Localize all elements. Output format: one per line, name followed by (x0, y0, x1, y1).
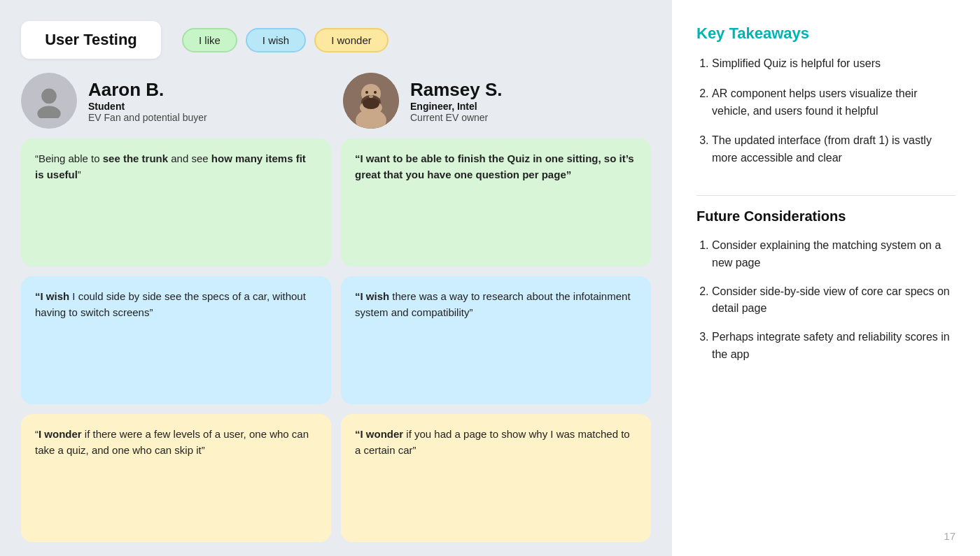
quote-ramsey-wonder: “I wonder if you had a page to show why … (341, 414, 651, 542)
person-ramsey: Ramsey S. Engineer, Intel Current EV own… (343, 73, 651, 129)
persons-row: Aaron B. Student EV Fan and potential bu… (21, 73, 651, 129)
takeaway-3: The updated interface (from draft 1) is … (712, 132, 955, 167)
svg-point-8 (374, 91, 377, 94)
ramsey-info: Ramsey S. Engineer, Intel Current EV own… (410, 79, 503, 123)
takeaways-list: Simplified Quiz is helpful for users AR … (696, 55, 955, 180)
quote-ramsey-like: “I want to be able to finish the Quiz in… (341, 138, 651, 266)
right-panel: Key Takeaways Simplified Quiz is helpful… (672, 0, 980, 556)
aaron-name: Aaron B. (88, 79, 207, 101)
svg-point-9 (369, 95, 373, 98)
ramsey-name: Ramsey S. (410, 79, 503, 101)
person-aaron: Aaron B. Student EV Fan and potential bu… (21, 73, 329, 129)
header-row: User Testing I like I wish I wonder (21, 21, 651, 59)
aaron-info: Aaron B. Student EV Fan and potential bu… (88, 79, 207, 123)
future-item-2: Consider side-by-side view of core car s… (712, 283, 955, 318)
takeaway-1: Simplified Quiz is helpful for users (712, 55, 955, 73)
quotes-grid: “Being able to see the trunk and see how… (21, 138, 651, 542)
quote-aaron-like: “Being able to see the trunk and see how… (21, 138, 331, 266)
ramsey-role: Engineer, Intel (410, 101, 503, 112)
avatar-ramsey (343, 73, 399, 129)
takeaway-2: AR component helps users visualize their… (712, 85, 955, 120)
page-title: User Testing (21, 21, 161, 59)
page-number: 17 (696, 523, 955, 542)
tag-i-wonder: I wonder (314, 28, 388, 52)
quote-ramsey-wish: “I wish there was a way to research abou… (341, 276, 651, 404)
quote-aaron-wish: “I wish I could side by side see the spe… (21, 276, 331, 404)
future-list: Consider explaining the matching system … (696, 237, 955, 375)
tag-group: I like I wish I wonder (182, 28, 388, 52)
aaron-role: Student (88, 101, 207, 112)
left-panel: User Testing I like I wish I wonder Aaro… (0, 0, 672, 556)
future-item-3: Perhaps integrate safety and reliability… (712, 329, 955, 364)
key-takeaways-title: Key Takeaways (696, 24, 955, 43)
svg-point-0 (41, 89, 57, 104)
ramsey-desc: Current EV owner (410, 112, 503, 123)
aaron-desc: EV Fan and potential buyer (88, 112, 207, 123)
divider (696, 195, 955, 196)
svg-point-1 (37, 106, 60, 119)
future-item-1: Consider explaining the matching system … (712, 237, 955, 272)
tag-i-wish: I wish (246, 28, 306, 52)
tag-i-like: I like (182, 28, 237, 52)
svg-point-10 (363, 98, 379, 109)
avatar-aaron (21, 73, 77, 129)
future-considerations-title: Future Considerations (696, 208, 955, 224)
quote-aaron-wonder: “I wonder if there were a few levels of … (21, 414, 331, 542)
svg-point-7 (365, 91, 368, 94)
